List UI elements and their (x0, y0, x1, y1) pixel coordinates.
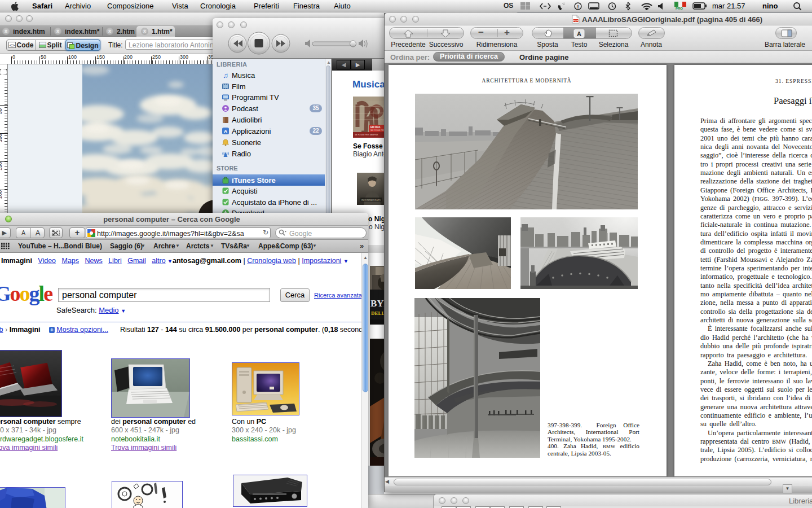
svg-text:A: A (224, 129, 228, 134)
svg-text:ED ORA: ED ORA (370, 126, 381, 129)
svg-text:INCONDIZIONATO: INCONDIZIONATO (361, 199, 381, 202)
svg-text:SE FOSSE PER: SE FOSSE PER (370, 129, 385, 132)
svg-text:PDF: PDF (573, 19, 579, 22)
svg-text:<>: <> (9, 43, 15, 48)
svg-text:♫: ♫ (223, 71, 228, 79)
svg-text:SE FOSSE PER SEMPRE: SE FOSSE PER SEMPRE (355, 134, 378, 136)
svg-text:!: ! (577, 4, 579, 10)
svg-text:A: A (577, 30, 581, 37)
